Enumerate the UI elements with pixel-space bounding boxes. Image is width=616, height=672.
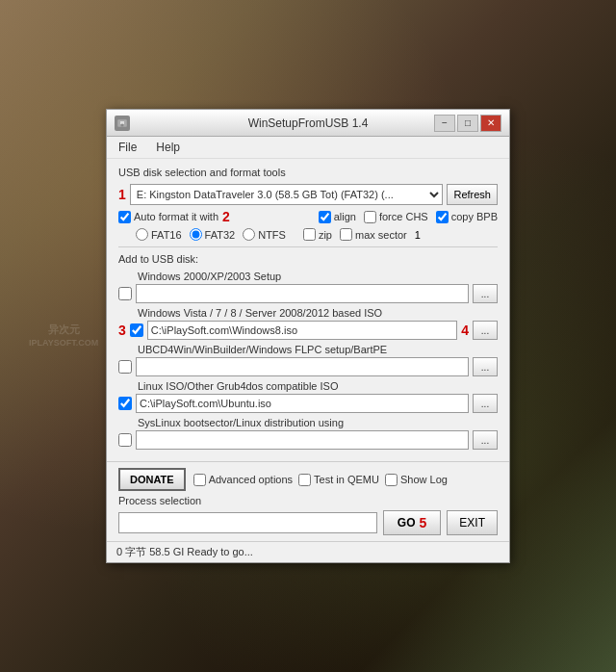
fat16-radio[interactable] <box>136 228 148 241</box>
win2000-browse-button[interactable]: ... <box>473 284 498 303</box>
ntfs-option[interactable]: NTFS <box>243 228 286 241</box>
max-sector-option[interactable]: max sector <box>340 228 407 241</box>
auto-format-row: Auto format it with 2 align force CHS co… <box>118 209 498 224</box>
linux-checkbox[interactable] <box>118 397 132 410</box>
zip-checkbox[interactable] <box>303 228 316 241</box>
fat16-option[interactable]: FAT16 <box>136 228 182 241</box>
win2000-label: Windows 2000/XP/2003 Setup <box>118 271 498 282</box>
menu-help[interactable]: Help <box>152 139 184 156</box>
winvista-browse-button[interactable]: ... <box>473 321 498 340</box>
align-checkbox[interactable] <box>319 211 331 223</box>
add-label: Add to USB disk: <box>118 253 498 265</box>
force-chs-option[interactable]: force CHS <box>364 211 428 223</box>
step3-badge: 3 <box>118 323 126 338</box>
win2000-checkbox[interactable] <box>118 287 132 300</box>
copy-bpb-checkbox[interactable] <box>436 211 449 223</box>
bottom-options: Advanced options Test in QEMU Show Log <box>193 474 448 486</box>
test-qemu-checkbox[interactable] <box>298 474 311 486</box>
usb-item-winvista: Windows Vista / 7 / 8 / Server 2008/2012… <box>118 307 498 340</box>
drive-select[interactable]: E: Kingston DataTraveler 3.0 (58.5 GB To… <box>130 184 444 205</box>
usb-section-label: USB disk selection and format tools <box>118 167 498 178</box>
status-text: 0 字节 58.5 GI Ready to go... <box>116 546 253 557</box>
maximize-button[interactable]: □ <box>457 115 478 132</box>
max-sector-value: 1 <box>415 229 421 241</box>
linux-label: Linux ISO/Other Grub4dos compatible ISO <box>118 380 498 392</box>
advanced-options-label[interactable]: Advanced options <box>193 474 293 486</box>
ubcd4win-checkbox[interactable] <box>118 360 132 374</box>
fat32-radio[interactable] <box>190 228 202 241</box>
content-area: USB disk selection and format tools 1 E:… <box>107 159 509 461</box>
menu-file[interactable]: File <box>115 139 141 156</box>
ubcd4win-path[interactable] <box>136 357 469 376</box>
process-label: Process selection <box>118 495 498 506</box>
usb-item-win2000: Windows 2000/XP/2003 Setup ... <box>118 271 498 303</box>
app-icon <box>115 116 130 131</box>
minimize-button[interactable]: − <box>434 115 455 132</box>
bottom-section: DONATE Advanced options Test in QEMU Sho… <box>107 461 509 541</box>
advanced-options-checkbox[interactable] <box>193 474 206 486</box>
close-button[interactable]: ✕ <box>480 115 501 132</box>
ubcd4win-row: ... <box>118 357 498 376</box>
win2000-path[interactable] <box>136 284 469 303</box>
exit-button[interactable]: EXIT <box>447 510 498 535</box>
winvista-path[interactable] <box>147 321 457 340</box>
usb-item-syslinux: SysLinux bootsector/Linux distribution u… <box>118 417 498 450</box>
win2000-row: ... <box>118 284 498 303</box>
window-title: WinSetupFromUSB 1.4 <box>248 116 369 130</box>
usb-item-ubcd4win: UBCD4Win/WinBuilder/Windows FLPC setup/B… <box>118 344 498 376</box>
fat32-option[interactable]: FAT32 <box>190 228 236 241</box>
go-button[interactable]: GO 5 <box>383 510 441 535</box>
copy-bpb-option[interactable]: copy BPB <box>436 211 498 223</box>
main-window: WinSetupFromUSB 1.4 − □ ✕ File Help USB … <box>106 109 510 563</box>
ntfs-radio[interactable] <box>243 228 255 241</box>
status-bar: 0 字节 58.5 GI Ready to go... <box>107 541 509 562</box>
winvista-row: 3 4 ... <box>118 321 498 340</box>
format-options-row: FAT16 FAT32 NTFS zip max sector 1 <box>118 228 498 241</box>
force-chs-checkbox[interactable] <box>364 211 376 223</box>
winvista-label: Windows Vista / 7 / 8 / Server 2008/2012… <box>118 307 498 319</box>
divider-1 <box>118 246 498 247</box>
svg-point-2 <box>121 123 124 126</box>
test-qemu-label[interactable]: Test in QEMU <box>298 474 379 486</box>
syslinux-row: ... <box>118 430 498 450</box>
watermark: 异次元 IPLAYSOFT.COM <box>29 323 98 349</box>
window-controls: − □ ✕ <box>434 115 501 132</box>
title-bar: WinSetupFromUSB 1.4 − □ ✕ <box>107 110 509 137</box>
show-log-label[interactable]: Show Log <box>385 474 448 486</box>
auto-format-label[interactable]: Auto format it with <box>118 211 218 223</box>
refresh-button[interactable]: Refresh <box>447 184 498 205</box>
step2-badge: 2 <box>222 209 230 224</box>
donate-row: DONATE Advanced options Test in QEMU Sho… <box>118 468 498 491</box>
drive-row: 1 E: Kingston DataTraveler 3.0 (58.5 GB … <box>118 184 498 205</box>
step4-badge: 4 <box>461 323 469 338</box>
donate-button[interactable]: DONATE <box>118 468 186 491</box>
step5-badge: 5 <box>420 515 427 530</box>
process-row: GO 5 EXIT <box>118 510 498 535</box>
ubcd4win-label: UBCD4Win/WinBuilder/Windows FLPC setup/B… <box>118 344 498 355</box>
ubcd4win-browse-button[interactable]: ... <box>473 357 498 376</box>
zip-option[interactable]: zip <box>303 228 332 241</box>
menu-bar: File Help <box>107 137 509 159</box>
show-log-checkbox[interactable] <box>385 474 398 486</box>
max-sector-checkbox[interactable] <box>340 228 352 241</box>
linux-browse-button[interactable]: ... <box>473 394 498 413</box>
auto-format-checkbox[interactable] <box>118 211 131 223</box>
syslinux-label: SysLinux bootsector/Linux distribution u… <box>118 417 498 428</box>
winvista-checkbox[interactable] <box>130 323 143 337</box>
syslinux-checkbox[interactable] <box>118 433 132 447</box>
align-option[interactable]: align <box>319 211 356 223</box>
syslinux-path[interactable] <box>136 430 469 450</box>
syslinux-browse-button[interactable]: ... <box>473 430 498 450</box>
linux-path[interactable] <box>136 394 469 413</box>
linux-row: ... <box>118 394 498 413</box>
step1-badge: 1 <box>118 187 126 202</box>
usb-item-linux: Linux ISO/Other Grub4dos compatible ISO … <box>118 380 498 413</box>
process-input[interactable] <box>118 512 377 533</box>
